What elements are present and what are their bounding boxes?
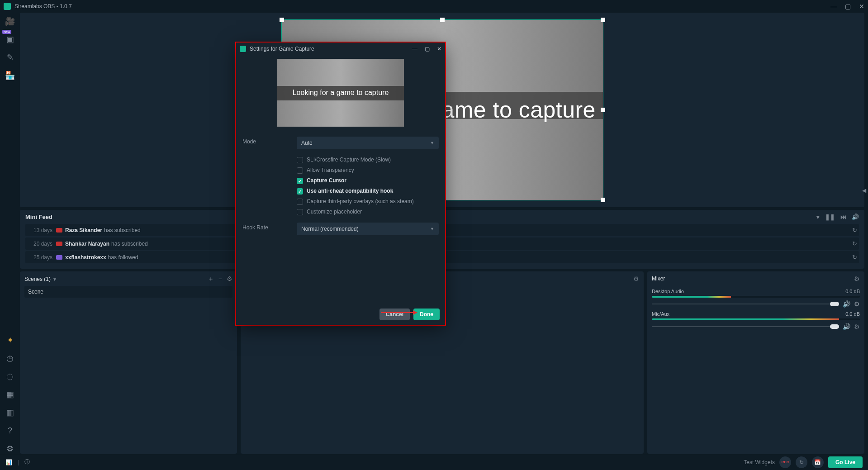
speaker-icon[interactable]: 🔊 — [843, 300, 850, 308]
checkbox-label: Capture Cursor — [307, 177, 346, 184]
checkbox-option[interactable]: Use anti-cheat compatibility hook — [297, 186, 439, 196]
chevron-down-icon: ▼ — [430, 141, 434, 145]
chat-icon[interactable]: ◌ — [5, 371, 15, 381]
refresh-icon[interactable]: ↻ — [852, 240, 857, 247]
refresh-icon[interactable]: ↻ — [852, 254, 857, 261]
checkbox-label: SLI/Crossfire Capture Mode (Slow) — [307, 157, 391, 163]
feed-time: 20 days — [27, 241, 52, 247]
dashboard-icon[interactable]: ▦ — [5, 389, 15, 399]
globe-icon[interactable]: ◷ — [5, 353, 15, 363]
mini-feed-title: Mini Feed — [25, 214, 52, 220]
mode-select[interactable]: Auto ▼ — [297, 137, 439, 149]
resize-handle[interactable] — [440, 18, 445, 22]
add-scene-icon[interactable]: ＋ — [208, 275, 214, 283]
app-logo-icon — [4, 3, 11, 10]
modal-footer: Cancel Done — [236, 304, 445, 325]
stats-icon[interactable]: ▥ — [5, 408, 15, 418]
mode-value: Auto — [301, 140, 313, 146]
app-store-icon[interactable]: 🏪 — [5, 71, 15, 81]
feed-user: Raza Sikander — [65, 227, 102, 233]
record-button[interactable]: REC — [779, 456, 791, 468]
modal-maximize-icon[interactable]: ▢ — [425, 46, 430, 52]
feed-time: 13 days — [27, 227, 52, 233]
hook-rate-select[interactable]: Normal (recommended) ▼ — [297, 223, 439, 235]
channel-db: 0.0 dB — [845, 311, 860, 317]
modal-title: Settings for Game Capture — [250, 46, 314, 52]
minimize-icon[interactable]: — — [830, 3, 837, 10]
help-icon[interactable]: ? — [5, 426, 15, 436]
volume-icon[interactable]: 🔊 — [852, 214, 859, 220]
checkbox-icon — [297, 188, 303, 195]
volume-slider[interactable] — [652, 304, 839, 304]
checkbox-label: Capture third-party overlays (such as st… — [307, 198, 414, 204]
feed-user: Shankar Narayan — [65, 241, 109, 247]
app-title: Streamlabs OBS - 1.0.7 — [14, 3, 72, 9]
youtube-icon — [56, 242, 62, 246]
schedule-button[interactable]: 📅 — [812, 456, 824, 468]
refresh-icon[interactable]: ↻ — [852, 227, 857, 233]
app-title-bar: Streamlabs OBS - 1.0.7 — ▢ ✕ — [0, 0, 868, 13]
volume-slider[interactable] — [652, 326, 839, 327]
mode-label: Mode — [242, 137, 297, 149]
channel-db: 0.0 dB — [845, 289, 860, 294]
modal-title-bar: Settings for Game Capture — ▢ ✕ — [236, 43, 445, 55]
maximize-icon[interactable]: ▢ — [845, 3, 851, 10]
expand-panel-icon[interactable]: ◀ — [860, 185, 868, 195]
scene-settings-icon[interactable]: ⚙ — [227, 275, 232, 283]
filter-icon[interactable]: ▾ — [816, 214, 820, 220]
modal-minimize-icon[interactable]: — — [412, 46, 417, 52]
settings-icon[interactable]: ⚙ — [5, 444, 15, 454]
metrics-icon[interactable]: 📊 — [5, 459, 12, 465]
checkbox-label: Customize placeholder — [307, 209, 362, 215]
pause-icon[interactable]: ❚❚ — [825, 214, 835, 220]
modal-close-icon[interactable]: ✕ — [437, 46, 441, 52]
test-widgets-button[interactable]: Test Widgets — [744, 459, 775, 465]
checkbox-option[interactable]: SLI/Crossfire Capture Mode (Slow) — [297, 155, 439, 165]
checkbox-icon — [297, 199, 303, 205]
hook-rate-value: Normal (recommended) — [301, 226, 359, 232]
mixer-panel: Mixer ⚙ Desktop Audio 0.0 dB 🔊 ⚙ Mic/Aux… — [647, 271, 864, 454]
star-icon[interactable]: ✦ — [5, 335, 15, 345]
checkbox-option[interactable]: Allow Transparency — [297, 165, 439, 176]
mixer-settings-icon[interactable]: ⚙ — [854, 275, 860, 282]
channel-settings-icon[interactable]: ⚙ — [854, 323, 860, 330]
checkbox-label: Allow Transparency — [307, 167, 354, 173]
audio-meter — [652, 318, 860, 320]
resize-handle[interactable] — [280, 18, 284, 22]
checkbox-icon — [297, 209, 303, 215]
checkbox-option[interactable]: Capture Cursor — [297, 176, 439, 186]
channel-name: Desktop Audio — [652, 289, 684, 294]
resize-handle[interactable] — [601, 108, 605, 112]
checkbox-option[interactable]: Capture third-party overlays (such as st… — [297, 196, 439, 207]
resize-handle[interactable] — [601, 198, 605, 202]
checkbox-option[interactable]: Customize placeholder — [297, 207, 439, 217]
close-icon[interactable]: ✕ — [859, 3, 864, 10]
editor-icon[interactable]: 🎥 — [5, 16, 15, 26]
hook-rate-label: Hook Rate — [242, 223, 297, 235]
go-live-button[interactable]: Go Live — [828, 456, 863, 468]
layouts-icon[interactable]: ▣ — [5, 34, 15, 44]
speaker-icon[interactable]: 🔊 — [843, 323, 850, 330]
chevron-down-icon[interactable]: ▼ — [52, 277, 57, 282]
scene-item[interactable]: Scene — [24, 286, 232, 298]
modal-logo-icon — [240, 46, 246, 52]
left-sidebar: 🎥 ▣ ✎ 🏪 ✦ ◷ ◌ ▦ ▥ ? ⚙ — [0, 13, 20, 454]
sources-settings-icon[interactable]: ⚙ — [633, 275, 639, 282]
footer-bar: 📊 | ⓘ Test Widgets REC ↻ 📅 Go Live — [0, 454, 868, 470]
feed-action: has subscribed — [111, 241, 148, 247]
feed-action: has followed — [108, 254, 138, 261]
replay-buffer-button[interactable]: ↻ — [796, 456, 807, 468]
resize-handle[interactable] — [601, 18, 605, 22]
twitch-icon — [56, 255, 62, 260]
game-capture-settings-modal: Settings for Game Capture — ▢ ✕ Looking … — [236, 43, 445, 325]
info-icon[interactable]: ⓘ — [24, 458, 30, 466]
feed-user: xxflashstrokexx — [65, 254, 106, 261]
skip-icon[interactable]: ⏭ — [840, 214, 846, 220]
channel-settings-icon[interactable]: ⚙ — [854, 300, 860, 308]
remove-scene-icon[interactable]: − — [218, 275, 222, 283]
themes-icon[interactable]: ✎ — [5, 52, 15, 62]
modal-preview-image: Looking for a game to capture — [277, 59, 404, 127]
feed-time: 25 days — [27, 254, 52, 261]
youtube-icon — [56, 228, 62, 233]
cancel-button[interactable]: Cancel — [379, 309, 410, 320]
